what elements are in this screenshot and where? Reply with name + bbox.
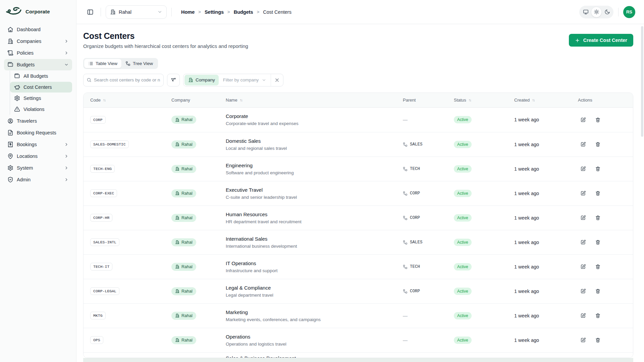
sidebar-item-label: Companies xyxy=(17,39,41,44)
tab-table-view[interactable]: Table View xyxy=(84,59,121,68)
table-header: Code↑↓CompanyName↑↓ParentStatus↑↓Created… xyxy=(84,93,633,108)
created-time: 1 week ago xyxy=(507,142,571,147)
building-icon xyxy=(175,313,179,318)
content: Cost Centers Organize budgets with hiera… xyxy=(76,24,644,362)
breadcrumb-budgets[interactable]: Budgets xyxy=(234,9,253,15)
table-row: TECH-ITRahalIT OperationsInfrastructure … xyxy=(84,254,633,279)
edit-button[interactable] xyxy=(578,237,588,247)
edit-button[interactable] xyxy=(578,188,588,198)
sidebar-item-system[interactable]: System xyxy=(4,162,72,174)
add-filter-button[interactable] xyxy=(167,74,180,86)
building-icon xyxy=(175,142,179,146)
clear-filter-button[interactable] xyxy=(271,74,283,86)
cost-center-description: Infrastructure and support xyxy=(226,268,396,273)
edit-button[interactable] xyxy=(578,213,588,223)
delete-button[interactable] xyxy=(593,335,603,345)
brand-logo-icon xyxy=(5,6,23,17)
tab-label: Table View xyxy=(96,61,117,66)
filter-value-dropdown[interactable]: Filter by company xyxy=(219,77,271,82)
edit-button[interactable] xyxy=(578,335,588,345)
breadcrumb-home[interactable]: Home xyxy=(181,9,195,15)
column-label: Status xyxy=(454,98,466,103)
sort-arrows-icon[interactable]: ↑↓ xyxy=(240,98,242,102)
sidebar-item-bookings[interactable]: Bookings xyxy=(4,139,72,150)
sidebar-toggle-button[interactable] xyxy=(85,6,96,18)
column-header-status[interactable]: Status↑↓ xyxy=(447,98,507,103)
divider xyxy=(101,8,101,16)
file-text-icon xyxy=(7,130,13,136)
delete-button[interactable] xyxy=(593,188,603,198)
status-badge: Active xyxy=(454,288,472,295)
sidebar-item-all-budgets[interactable]: All Budgets xyxy=(10,71,72,81)
sidebar-item-label: Bookings xyxy=(17,142,37,147)
company-name: Rahal xyxy=(181,313,193,318)
tab-label: Tree View xyxy=(133,61,153,66)
column-header-name[interactable]: Name↑↓ xyxy=(219,98,396,103)
theme-monitor-button[interactable] xyxy=(580,7,591,17)
sidebar-item-budgets[interactable]: Budgets xyxy=(4,59,72,70)
edit-button[interactable] xyxy=(578,286,588,296)
edit-button[interactable] xyxy=(578,139,588,149)
cost-center-code: CORP-EXEC xyxy=(90,189,117,197)
delete-button[interactable] xyxy=(593,286,603,296)
delete-button[interactable] xyxy=(593,262,603,272)
company-selector[interactable]: Rahal xyxy=(106,5,167,19)
wallet-icon xyxy=(14,73,20,79)
topbar: Rahal Home>Settings>Budgets>Cost Centers… xyxy=(76,0,644,24)
sort-arrows-icon[interactable]: ↑↓ xyxy=(532,98,534,102)
edit-button[interactable] xyxy=(578,262,588,272)
edit-button[interactable] xyxy=(578,311,588,321)
cost-center-name: Operations xyxy=(226,334,396,340)
parent-code: CORP xyxy=(410,216,420,220)
search-box xyxy=(83,74,164,86)
vertical-scrollbar[interactable] xyxy=(641,26,643,137)
search-input[interactable] xyxy=(83,74,164,86)
breadcrumb-separator: > xyxy=(257,9,260,14)
company-name: Rahal xyxy=(181,338,193,343)
sidebar-item-policies[interactable]: Policies xyxy=(4,47,72,59)
edit-icon xyxy=(580,288,586,294)
table-row: CORPRahalCorporateCorporate-wide travel … xyxy=(84,108,633,132)
delete-button[interactable] xyxy=(593,115,603,125)
breadcrumb: Home>Settings>Budgets>Cost Centers xyxy=(181,9,291,15)
cost-center-code: SALES-DOMESTIC xyxy=(90,140,129,148)
sidebar-item-locations[interactable]: Locations xyxy=(4,150,72,162)
status-badge: Active xyxy=(454,116,472,123)
panel-left-icon xyxy=(87,9,94,15)
delete-button[interactable] xyxy=(593,164,603,174)
create-cost-center-button[interactable]: Create Cost Center xyxy=(569,34,633,47)
cost-center-description: International business development xyxy=(226,244,396,249)
edit-button[interactable] xyxy=(578,164,588,174)
sidebar-item-admin[interactable]: Admin xyxy=(4,174,72,185)
cost-center-code: OPS xyxy=(90,336,103,344)
delete-button[interactable] xyxy=(593,213,603,223)
delete-button[interactable] xyxy=(593,237,603,247)
sidebar-item-cost-centers[interactable]: Cost Centers xyxy=(10,82,72,93)
column-header-code[interactable]: Code↑↓ xyxy=(84,98,165,103)
column-header-created[interactable]: Created↑↓ xyxy=(507,98,571,103)
sidebar-item-settings[interactable]: Settings xyxy=(10,93,72,104)
list-icon xyxy=(88,61,93,66)
edit-button[interactable] xyxy=(578,115,588,125)
tab-tree-view[interactable]: Tree View xyxy=(121,59,157,68)
cost-center-code: MKTG xyxy=(90,312,106,319)
theme-moon-button[interactable] xyxy=(602,7,612,17)
sidebar-item-companies[interactable]: Companies xyxy=(4,36,72,47)
active-filter: Company Filter by company xyxy=(183,74,283,86)
delete-button[interactable] xyxy=(593,139,603,149)
plus-icon xyxy=(575,38,580,43)
filter-value-placeholder: Filter by company xyxy=(223,77,259,82)
avatar[interactable]: RS xyxy=(623,6,635,18)
sidebar-item-dashboard[interactable]: Dashboard xyxy=(4,24,72,35)
delete-button[interactable] xyxy=(593,311,603,321)
sidebar-item-violations[interactable]: Violations xyxy=(10,104,72,115)
sidebar-item-travelers[interactable]: Travelers xyxy=(4,115,72,127)
sort-arrows-icon[interactable]: ↑↓ xyxy=(469,98,471,102)
theme-sun-button[interactable] xyxy=(591,7,602,17)
sidebar-item-booking-requests[interactable]: Booking Requests xyxy=(4,127,72,138)
sort-arrows-icon[interactable]: ↑↓ xyxy=(103,98,105,102)
company-name: Rahal xyxy=(181,264,193,269)
breadcrumb-settings[interactable]: Settings xyxy=(205,9,224,15)
parent-code: CORP xyxy=(410,289,420,294)
horizontal-scrollbar[interactable] xyxy=(83,358,633,362)
